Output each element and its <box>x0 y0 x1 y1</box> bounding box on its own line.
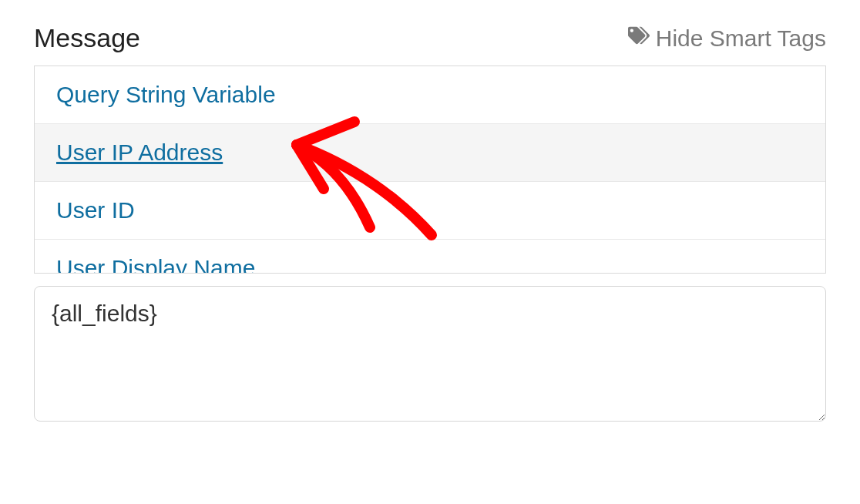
smart-tag-label: Query String Variable <box>56 82 276 107</box>
smart-tag-item[interactable]: User IP Address <box>35 124 825 182</box>
section-title: Message <box>34 23 140 53</box>
tags-icon <box>628 25 650 52</box>
smart-tags-list: Query String Variable User IP Address Us… <box>34 66 826 274</box>
smart-tag-item[interactable]: User Display Name <box>35 240 825 274</box>
hide-smart-tags-label: Hide Smart Tags <box>656 25 826 52</box>
smart-tag-label: User Display Name <box>56 255 255 274</box>
smart-tag-label: User ID <box>56 197 135 223</box>
hide-smart-tags-button[interactable]: Hide Smart Tags <box>628 25 826 52</box>
message-textarea[interactable] <box>34 286 826 422</box>
smart-tag-item[interactable]: Query String Variable <box>35 66 825 124</box>
smart-tag-item[interactable]: User ID <box>35 182 825 240</box>
smart-tag-label: User IP Address <box>56 139 223 165</box>
